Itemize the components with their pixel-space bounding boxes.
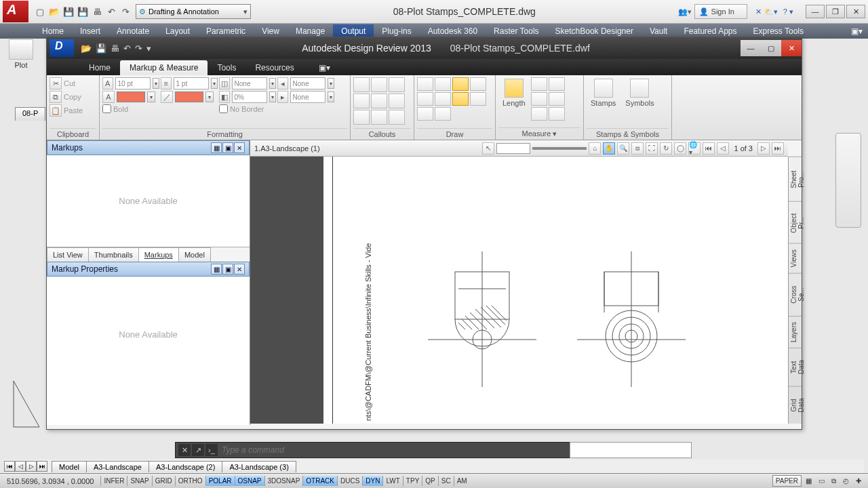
dr-print-icon[interactable]: 🖶: [111, 43, 119, 54]
fill-combo[interactable]: None: [232, 77, 267, 89]
toggle-dyn[interactable]: DYN: [362, 476, 382, 486]
status-icon[interactable]: ▭: [816, 476, 827, 486]
draw-polyline-tool[interactable]: [417, 92, 433, 106]
layout-tab-a3-1[interactable]: A3-Landscape: [86, 461, 149, 472]
fill-icon[interactable]: ◫: [219, 77, 230, 89]
toggle-ortho[interactable]: ORTHO: [175, 476, 205, 486]
zoom-rect-icon[interactable]: ⧈: [631, 142, 644, 155]
panel-close-icon[interactable]: ✕: [234, 264, 245, 274]
zoom-in-icon[interactable]: 🔍: [617, 142, 629, 155]
paste-icon[interactable]: 📋: [50, 104, 62, 117]
nav-bar[interactable]: [835, 133, 861, 228]
font-icon[interactable]: A: [102, 77, 113, 89]
callout-tool[interactable]: [353, 110, 370, 125]
callout-tool[interactable]: [389, 110, 405, 125]
dr-tab-resources[interactable]: Resources: [245, 60, 303, 75]
chevron-down-icon[interactable]: ▾: [153, 78, 159, 89]
callout-tool[interactable]: [389, 94, 405, 108]
tab-raster[interactable]: Raster Tools: [486, 24, 547, 38]
ribbon-collapse-icon[interactable]: ▣▾: [843, 24, 868, 38]
pan-icon[interactable]: ✋: [603, 142, 615, 155]
toggle-ducs[interactable]: DUCS: [337, 476, 362, 486]
tab-object-props[interactable]: Object Pr...: [789, 201, 802, 244]
cut-icon[interactable]: ✂: [50, 77, 62, 89]
tab-layers[interactable]: Layers: [789, 316, 802, 348]
dr-redo-icon[interactable]: ↷: [135, 43, 142, 54]
toggle-grid[interactable]: GRID: [152, 476, 175, 486]
measure-tool[interactable]: [549, 92, 565, 106]
line-color-swatch[interactable]: [175, 92, 203, 102]
toggle-tpy[interactable]: TPY: [403, 476, 422, 486]
linecolor-icon[interactable]: ／: [161, 91, 173, 103]
layout-first-icon[interactable]: ⏮: [4, 461, 15, 472]
open-icon[interactable]: 📂: [48, 5, 60, 18]
chevron-down-icon[interactable]: ▾: [269, 78, 276, 89]
cursor-icon[interactable]: ↖: [482, 142, 494, 155]
status-icon[interactable]: ◴: [840, 476, 852, 486]
orbit-icon[interactable]: ◯: [674, 142, 686, 155]
status-icon[interactable]: ✚: [853, 476, 864, 486]
lineweight-combo[interactable]: 1 pt: [174, 77, 209, 89]
layout-tab-model[interactable]: Model: [52, 461, 87, 472]
globe-icon[interactable]: 🌐▾: [688, 142, 701, 155]
toggle-osnap[interactable]: OSNAP: [235, 476, 264, 486]
subtab-markups[interactable]: Markups: [138, 247, 179, 262]
tab-grid-data[interactable]: Grid Data: [789, 386, 802, 424]
measure-tool[interactable]: [549, 77, 565, 91]
workspace-dropdown[interactable]: ⚙ Drafting & Annotation ▾: [136, 4, 251, 19]
design-review-logo[interactable]: [50, 39, 74, 57]
measure-tool[interactable]: [531, 92, 547, 106]
new-icon[interactable]: ▢: [34, 5, 46, 18]
tab-sketchbook[interactable]: SketchBook Designer: [547, 24, 642, 38]
arrow-start-icon[interactable]: ◂: [277, 77, 288, 89]
dr-qat-more-icon[interactable]: ▾: [146, 43, 151, 54]
callout-tool[interactable]: [371, 77, 387, 92]
arrowstart-combo[interactable]: None: [290, 77, 326, 89]
toggle-polar[interactable]: POLAR: [205, 476, 235, 486]
last-page-icon[interactable]: ⏭: [772, 142, 784, 155]
search-icon[interactable]: 👥▾: [678, 7, 692, 16]
cmd-close-icon[interactable]: ✕: [178, 444, 191, 456]
layout-prev-icon[interactable]: ◁: [15, 461, 26, 472]
draw-rect-tool[interactable]: [435, 77, 451, 91]
dr-tab-tools[interactable]: Tools: [208, 60, 245, 75]
undo-icon[interactable]: ↶: [105, 5, 117, 18]
redo-icon[interactable]: ↷: [119, 5, 132, 18]
callout-tool[interactable]: [353, 77, 370, 92]
layout-tab-a3-2[interactable]: A3-Landscape (2): [149, 461, 222, 472]
draw-marker-tool[interactable]: [452, 92, 469, 106]
panel-close-icon[interactable]: ✕: [234, 142, 245, 153]
font-color-swatch[interactable]: [117, 92, 145, 102]
panel-opt-icon[interactable]: ▣: [222, 264, 233, 274]
fontcolor-icon[interactable]: A: [102, 91, 115, 103]
callout-tool[interactable]: [353, 94, 370, 108]
dr-maximize-button[interactable]: ▢: [761, 40, 781, 56]
panel-pin-icon[interactable]: ▦: [211, 142, 222, 153]
panel-opt-icon[interactable]: ▣: [222, 142, 233, 153]
chevron-down-icon[interactable]: ▾: [205, 92, 214, 102]
home-icon[interactable]: ⌂: [589, 142, 601, 155]
opacity-icon[interactable]: ◧: [219, 91, 230, 103]
exchange-icon[interactable]: ✕: [755, 7, 762, 16]
dr-help-icon[interactable]: ▣▾: [309, 60, 340, 75]
subtab-listview[interactable]: List View: [47, 247, 89, 262]
dr-save-icon[interactable]: 💾: [96, 43, 106, 54]
prev-page-icon[interactable]: ◁: [717, 142, 729, 155]
draw-ellipse-tool[interactable]: [435, 92, 451, 106]
chevron-down-icon[interactable]: ▾: [269, 92, 276, 102]
saveas-icon[interactable]: 💾: [77, 5, 89, 18]
first-page-icon[interactable]: ⏮: [703, 142, 715, 155]
tab-annotate[interactable]: Annotate: [108, 24, 157, 38]
draw-cloud-tool[interactable]: [470, 77, 486, 91]
tab-featured[interactable]: Featured Apps: [675, 24, 745, 38]
zoom-slider[interactable]: [532, 147, 587, 150]
subtab-thumbnails[interactable]: Thumbnails: [88, 247, 139, 262]
chevron-down-icon[interactable]: ▾: [328, 78, 334, 89]
stamps-button[interactable]: Stamps: [587, 77, 620, 108]
space-toggle[interactable]: PAPER: [772, 475, 802, 487]
opacity-combo[interactable]: 0%: [232, 91, 267, 103]
tab-express[interactable]: Express Tools: [745, 24, 812, 38]
close-button[interactable]: ✕: [846, 5, 865, 18]
file-tab[interactable]: 08-P: [15, 107, 45, 121]
tab-vault[interactable]: Vault: [642, 24, 675, 38]
